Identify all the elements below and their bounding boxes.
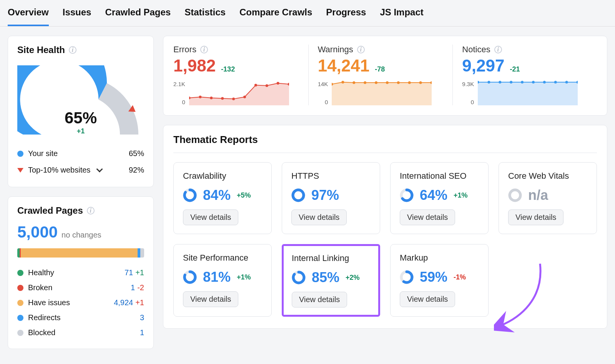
view-details-button[interactable]: View details [183, 291, 238, 307]
svg-point-14 [375, 81, 377, 84]
tab-progress[interactable]: Progress [326, 7, 366, 26]
svg-point-40 [293, 272, 304, 283]
view-details-button[interactable]: View details [508, 209, 563, 225]
info-icon[interactable]: i [200, 46, 208, 53]
view-details-button[interactable]: View details [291, 209, 347, 225]
tab-overview[interactable]: Overview [8, 7, 49, 26]
svg-point-12 [353, 81, 356, 84]
trend-warnings[interactable]: Warningsi 14,241-78 14K0 [308, 45, 453, 105]
view-details-button[interactable]: View details [183, 209, 238, 225]
thematic-title: Thematic Reports [173, 134, 597, 153]
crawled-row-label: Have issues [28, 298, 70, 307]
crawled-row-label: Redirects [28, 313, 60, 322]
your-site-value: 65% [129, 149, 144, 158]
tab-compare-crawls[interactable]: Compare Crawls [239, 7, 312, 26]
crawled-row-broken[interactable]: Broken1-2 [17, 280, 144, 295]
svg-point-15 [386, 81, 389, 84]
view-details-button[interactable]: View details [292, 292, 347, 307]
svg-point-5 [243, 96, 246, 98]
info-icon[interactable]: i [69, 46, 76, 54]
report-title: Internal Linking [292, 253, 370, 263]
stacked-segment-have-issues[interactable] [21, 248, 138, 258]
report-percent: 64% [420, 187, 447, 203]
site-health-percent: 65% [17, 109, 144, 127]
crawled-row-count[interactable]: 1 [140, 328, 144, 337]
trend-title-text: Notices [462, 45, 490, 55]
svg-point-36 [510, 190, 520, 201]
dot-icon [17, 151, 23, 157]
info-icon[interactable]: i [87, 207, 95, 214]
svg-point-17 [408, 81, 411, 84]
trend-ymin: 0 [462, 99, 474, 105]
tab-statistics[interactable]: Statistics [184, 7, 226, 26]
svg-point-3 [221, 97, 224, 100]
svg-point-31 [184, 190, 195, 201]
donut-icon [183, 270, 197, 284]
trends-card: Errorsi 1,982-132 2.1K0 Warningsi 14,241… [163, 36, 607, 116]
donut-icon [400, 270, 414, 284]
site-health-title: Site Health i [17, 45, 144, 55]
trend-ymin: 0 [173, 99, 185, 105]
crawled-pages-card: Crawled Pages i 5,000 no changes Healthy… [8, 196, 154, 349]
svg-point-18 [419, 81, 422, 84]
report-title: Markup [400, 253, 479, 263]
crawled-row-count[interactable]: 3 [140, 313, 144, 322]
trend-sparkline [332, 81, 432, 105]
crawled-row-redirects[interactable]: Redirects3 [17, 310, 144, 325]
crawled-row-delta: +1 [135, 268, 144, 277]
trend-errors[interactable]: Errorsi 1,982-132 2.1K0 [173, 45, 308, 105]
trend-ymax: 2.1K [173, 81, 185, 87]
report-international-seo: International SEO 64% +1% View details [390, 162, 489, 234]
report-markup: Markup 59% -1% View details [390, 244, 489, 317]
dot-icon [17, 315, 23, 321]
stacked-segment-blocked[interactable] [140, 248, 144, 258]
view-details-button[interactable]: View details [400, 209, 455, 225]
donut-icon [508, 188, 522, 202]
svg-point-33 [293, 190, 304, 201]
crawled-row-blocked[interactable]: Blocked1 [17, 325, 144, 340]
crawled-row-count[interactable]: 1 [131, 283, 135, 292]
trend-delta: -132 [221, 65, 235, 73]
trend-delta: -78 [375, 65, 385, 73]
svg-point-27 [554, 81, 557, 83]
crawled-row-have-issues[interactable]: Have issues4,924+1 [17, 295, 144, 310]
crawled-row-count[interactable]: 71 [125, 268, 133, 277]
dot-icon [17, 300, 23, 306]
svg-point-21 [488, 81, 490, 83]
report-percent: 81% [203, 269, 231, 285]
svg-point-26 [543, 81, 546, 83]
info-icon[interactable]: i [494, 46, 502, 53]
trend-sparkline [478, 81, 578, 105]
svg-point-28 [565, 81, 568, 83]
crawled-row-healthy[interactable]: Healthy71+1 [17, 265, 144, 280]
site-health-top10-row[interactable]: Top-10% websites 92% [17, 162, 144, 178]
report-percent: 84% [203, 187, 231, 203]
trend-notices[interactable]: Noticesi 9,297-21 9.3K0 [452, 45, 597, 105]
svg-point-11 [342, 81, 344, 83]
report-percent: 59% [420, 269, 447, 285]
trend-ymax: 14K [318, 81, 328, 87]
svg-point-2 [210, 96, 213, 99]
info-icon[interactable]: i [357, 46, 365, 53]
donut-icon [183, 188, 197, 202]
top-tabs: OverviewIssuesCrawled PagesStatisticsCom… [0, 0, 615, 27]
svg-point-22 [499, 81, 501, 83]
tab-js-impact[interactable]: JS Impact [380, 7, 423, 26]
crawled-total[interactable]: 5,000 [17, 223, 58, 241]
trend-sparkline [189, 81, 289, 105]
trend-value: 9,297 [462, 56, 504, 75]
report-internal-linking: Internal Linking 85% +2% View details [282, 244, 380, 317]
donut-icon [400, 188, 414, 202]
crawled-row-label: Healthy [28, 268, 54, 277]
crawled-stacked-bar[interactable] [17, 248, 144, 258]
stacked-segment-redirects[interactable] [138, 248, 140, 258]
tab-issues[interactable]: Issues [63, 7, 91, 26]
report-percent: 85% [312, 269, 339, 286]
crawled-pages-title-text: Crawled Pages [17, 205, 83, 216]
crawled-row-count[interactable]: 4,924 [114, 298, 133, 307]
view-details-button[interactable]: View details [400, 291, 455, 307]
svg-point-25 [532, 81, 535, 83]
crawled-pages-title: Crawled Pages i [17, 205, 144, 216]
tab-crawled-pages[interactable]: Crawled Pages [105, 7, 171, 26]
svg-point-24 [521, 81, 524, 83]
